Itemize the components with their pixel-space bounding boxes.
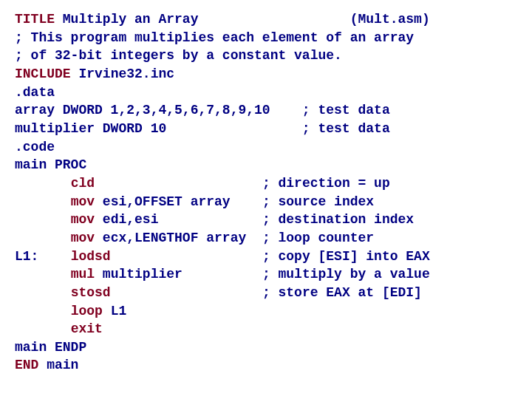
header-comment-1: ; This program multiplies each element o… bbox=[15, 30, 414, 45]
line-loop-prefix bbox=[15, 304, 71, 318]
line-mul-operand: multiplier bbox=[95, 267, 262, 282]
header-comment-2: ; of 32-bit integers by a constant value… bbox=[15, 48, 342, 63]
instr-mul: mul bbox=[71, 267, 95, 282]
instr-loop: loop bbox=[71, 304, 103, 318]
line-mov-esi-prefix bbox=[15, 194, 71, 209]
label-l1-prefix: L1: bbox=[15, 249, 71, 264]
line-mov-ecx-operand: ecx,LENGTHOF array bbox=[95, 231, 262, 245]
line-lodsd-comment: ; copy [ESI] into EAX bbox=[262, 249, 430, 264]
line-loop-operand: L1 bbox=[103, 304, 126, 318]
multiplier-declaration: multiplier DWORD 10 ; test data bbox=[15, 121, 390, 136]
line-stosd-comment: ; store EAX at [EDI] bbox=[262, 285, 422, 300]
end-keyword: END bbox=[15, 358, 38, 372]
line-cld-prefix bbox=[15, 176, 71, 191]
instr-mov: mov bbox=[71, 231, 95, 245]
line-mov-ecx-comment: ; loop counter bbox=[262, 231, 374, 245]
line-mov-esi-operand: esi,OFFSET array bbox=[95, 194, 262, 209]
line-mov-edi-prefix bbox=[15, 212, 71, 227]
instr-lodsd: lodsd bbox=[71, 249, 111, 264]
main-endp: main ENDP bbox=[15, 340, 86, 355]
instr-mov: mov bbox=[71, 194, 95, 209]
line-mov-edi-comment: ; destination index bbox=[262, 212, 414, 227]
line-exit-prefix bbox=[15, 321, 71, 336]
line-mul-prefix bbox=[15, 267, 71, 282]
instr-stosd: stosd bbox=[71, 285, 111, 300]
data-segment: .data bbox=[15, 85, 55, 100]
instr-mov: mov bbox=[71, 212, 95, 227]
assembly-code-listing: TITLE Multiply an Array (Mult.asm) ; Thi… bbox=[0, 0, 532, 385]
line-stosd-prefix bbox=[15, 285, 71, 300]
end-text: main bbox=[38, 358, 78, 372]
title-text: Multiply an Array (Mult.asm) bbox=[55, 12, 430, 27]
include-file: Irvine32.inc bbox=[71, 66, 174, 81]
line-mul-comment: ; multiply by a value bbox=[262, 267, 430, 282]
line-cld-comment: ; direction = up bbox=[262, 176, 390, 191]
line-lodsd-operand bbox=[111, 249, 262, 264]
line-mov-edi-operand: edi,esi bbox=[95, 212, 262, 227]
code-segment: .code bbox=[15, 140, 55, 154]
line-mov-ecx-prefix bbox=[15, 231, 71, 245]
array-declaration: array DWORD 1,2,3,4,5,6,7,8,9,10 ; test … bbox=[15, 103, 390, 117]
line-cld-operand bbox=[95, 176, 262, 191]
instr-exit: exit bbox=[71, 321, 103, 336]
instr-cld: cld bbox=[71, 176, 95, 191]
include-keyword: INCLUDE bbox=[15, 66, 71, 81]
line-mov-esi-comment: ; source index bbox=[262, 194, 374, 209]
line-stosd-operand bbox=[111, 285, 262, 300]
title-keyword: TITLE bbox=[15, 12, 55, 27]
main-proc: main PROC bbox=[15, 157, 86, 172]
